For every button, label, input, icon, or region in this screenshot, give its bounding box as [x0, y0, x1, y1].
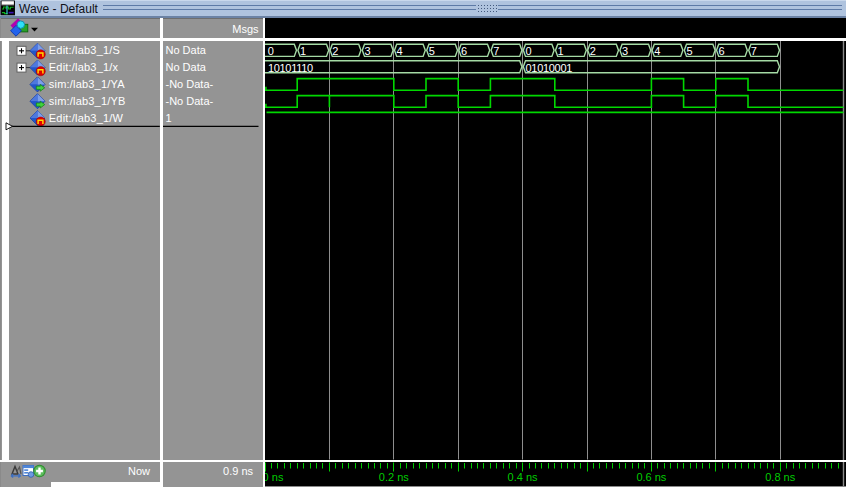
svg-text:4: 4 [654, 45, 660, 57]
svg-text:0.4 ns: 0.4 ns [508, 471, 538, 483]
svg-text:1: 1 [300, 45, 306, 57]
svg-text:0: 0 [525, 45, 531, 57]
svg-text:7: 7 [493, 45, 499, 57]
svg-text:0.6 ns: 0.6 ns [636, 471, 666, 483]
svg-text:2: 2 [332, 45, 338, 57]
svg-text:6: 6 [461, 45, 467, 57]
svg-text:3: 3 [364, 45, 370, 57]
svg-text:10101110: 10101110 [268, 62, 313, 74]
svg-text:5: 5 [686, 45, 692, 57]
svg-text:0 ns: 0 ns [263, 471, 284, 483]
svg-text:5: 5 [429, 45, 435, 57]
svg-text:6: 6 [719, 45, 725, 57]
svg-text:3: 3 [622, 45, 628, 57]
svg-text:0.2 ns: 0.2 ns [379, 471, 409, 483]
svg-text:0.8 ns: 0.8 ns [765, 471, 795, 483]
svg-text:0: 0 [268, 45, 274, 57]
svg-text:1: 1 [558, 45, 564, 57]
svg-text:4: 4 [397, 45, 403, 57]
svg-text:01010001: 01010001 [526, 62, 573, 74]
svg-text:7: 7 [751, 45, 757, 57]
svg-text:2: 2 [590, 45, 596, 57]
